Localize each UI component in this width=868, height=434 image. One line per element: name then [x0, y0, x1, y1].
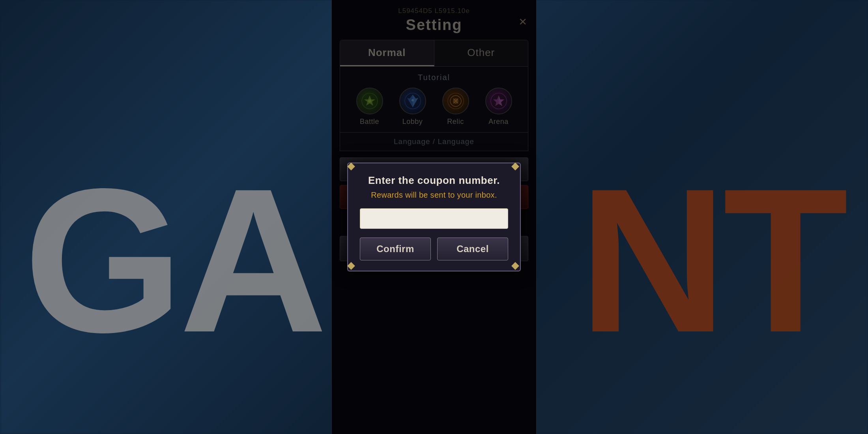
diamond-br: [511, 262, 519, 270]
diamond-tr: [511, 163, 519, 170]
diamond-bl: [347, 262, 355, 270]
modal-content: Enter the coupon number. Rewards will be…: [348, 163, 520, 271]
modal-buttons: Confirm Cancel: [360, 238, 508, 260]
modal-backdrop: Enter the coupon number. Rewards will be…: [332, 0, 536, 434]
corner-decoration-tl: [347, 163, 357, 172]
coupon-input[interactable]: [360, 208, 508, 229]
modal-subtitle: Rewards will be sent to your inbox.: [360, 191, 508, 200]
diamond-tl: [347, 163, 355, 170]
settings-panel: L59454D5 L5915.10e Setting × Normal Othe…: [331, 0, 537, 434]
coupon-modal: Enter the coupon number. Rewards will be…: [347, 163, 521, 271]
cancel-button[interactable]: Cancel: [437, 238, 508, 260]
corner-decoration-tr: [511, 163, 521, 172]
corner-decoration-bl: [347, 262, 357, 271]
corner-decoration-br: [511, 262, 521, 271]
modal-title: Enter the coupon number.: [360, 174, 508, 187]
confirm-button[interactable]: Confirm: [360, 238, 431, 260]
